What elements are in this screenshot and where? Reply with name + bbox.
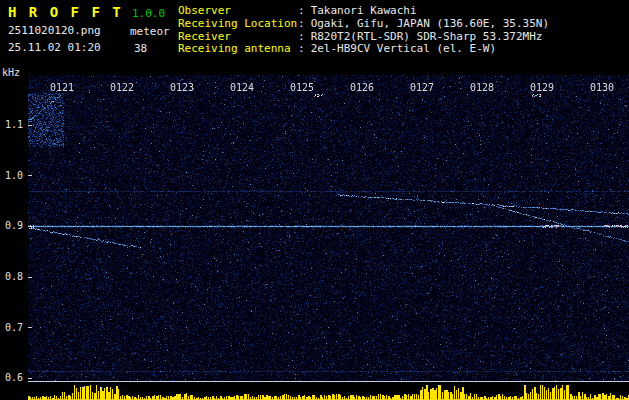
mode-label: meteor bbox=[130, 25, 170, 38]
x-axis-tick-label: 0127 bbox=[410, 82, 434, 93]
x-axis-tick-label: 0121 bbox=[50, 82, 74, 93]
x-axis-tick-label: 0122 bbox=[110, 82, 134, 93]
x-axis-tick-label: 0129 bbox=[530, 82, 554, 93]
y-axis-unit-label: kHz bbox=[2, 67, 20, 78]
info-label: Receiving antenna bbox=[178, 43, 298, 56]
y-axis-tick-label: 1.1 bbox=[5, 119, 23, 130]
y-axis-tick-label: 0.6 bbox=[5, 372, 23, 383]
y-axis-tick-label: 1.0 bbox=[5, 170, 23, 181]
info-colon: : bbox=[298, 30, 305, 43]
x-axis-tick-label: 0126 bbox=[350, 82, 374, 93]
info-value: Ogaki, Gifu, JAPAN (136.60E, 35.35N) bbox=[311, 17, 549, 30]
spectrogram-canvas bbox=[28, 75, 629, 382]
x-axis-tick-label: 0124 bbox=[230, 82, 254, 93]
y-axis-tick-label: 0.8 bbox=[5, 271, 23, 282]
echo-count: 38 bbox=[134, 42, 147, 55]
spectrogram: 0121 0122 0123 0124 0125 0126 0127 0128 … bbox=[28, 75, 629, 382]
app-title: H R O F F T bbox=[8, 4, 123, 20]
info-value: Takanori Kawachi bbox=[311, 4, 417, 17]
hrofft-window: H R O F F T 1.0.0 2511020120.png meteor … bbox=[0, 0, 629, 400]
info-label: Receiving Location bbox=[178, 18, 298, 31]
info-colon: : bbox=[298, 17, 305, 30]
station-info-panel: Observer:Takanori Kawachi Receiving Loca… bbox=[178, 5, 549, 56]
x-axis-tick-label: 0123 bbox=[170, 82, 194, 93]
x-axis-tick-label: 0130 bbox=[590, 82, 614, 93]
info-value: 2el-HB9CV Vertical (el. E-W) bbox=[311, 42, 496, 55]
y-axis-tick-label: 0.9 bbox=[5, 220, 23, 231]
signal-level-bars-canvas bbox=[28, 384, 629, 400]
observation-datetime: 25.11.02 01:20 bbox=[8, 41, 101, 54]
info-value: R820T2(RTL-SDR) SDR-Sharp 53.372MHz bbox=[311, 30, 543, 43]
output-filename: 2511020120.png bbox=[8, 24, 101, 37]
info-colon: : bbox=[298, 42, 305, 55]
info-row-antenna: Receiving antenna:2el-HB9CV Vertical (el… bbox=[178, 43, 549, 56]
info-colon: : bbox=[298, 4, 305, 17]
info-row-observer: Observer:Takanori Kawachi bbox=[178, 5, 549, 18]
x-axis-tick-label: 0128 bbox=[470, 82, 494, 93]
app-version: 1.0.0 bbox=[132, 7, 165, 20]
info-row-location: Receiving Location:Ogaki, Gifu, JAPAN (1… bbox=[178, 18, 549, 31]
y-axis-tick-label: 0.7 bbox=[5, 322, 23, 333]
info-label: Observer bbox=[178, 5, 298, 18]
x-axis-tick-label: 0125 bbox=[290, 82, 314, 93]
